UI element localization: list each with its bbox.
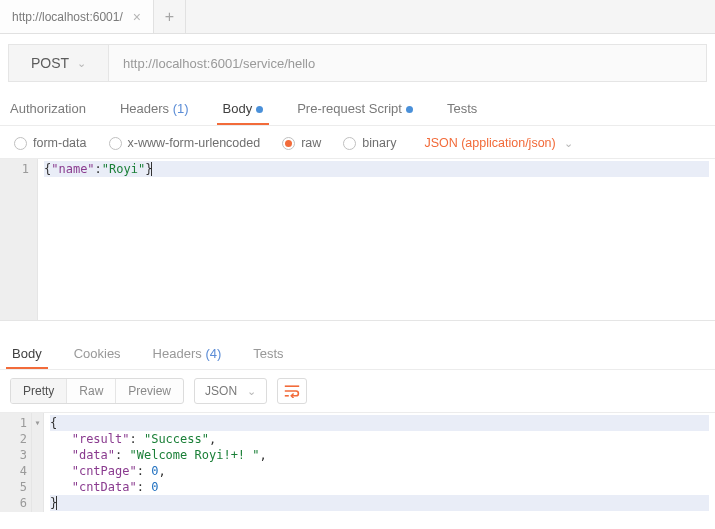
tab-body[interactable]: Body xyxy=(221,93,266,124)
view-raw[interactable]: Raw xyxy=(67,379,116,403)
opt-raw[interactable]: raw xyxy=(282,136,321,150)
content-type-select[interactable]: JSON (application/json) ⌄ xyxy=(424,136,572,150)
opt-xwww[interactable]: x-www-form-urlencoded xyxy=(109,136,261,150)
resp-tab-headers[interactable]: Headers (4) xyxy=(151,339,224,368)
dot-icon xyxy=(406,106,413,113)
opt-form-data[interactable]: form-data xyxy=(14,136,87,150)
url-value: http://localhost:6001/service/hello xyxy=(123,56,315,71)
lang-select[interactable]: JSON ⌄ xyxy=(194,378,267,404)
url-input[interactable]: http://localhost:6001/service/hello xyxy=(109,45,706,81)
code-area[interactable]: {"name":"Royi"} xyxy=(38,159,715,320)
code-line: "cntData": 0 xyxy=(50,479,709,495)
panel-splitter[interactable] xyxy=(0,320,715,338)
dot-icon xyxy=(256,106,263,113)
resp-tab-cookies[interactable]: Cookies xyxy=(72,339,123,368)
chevron-down-icon: ⌄ xyxy=(247,385,256,398)
code-line: } xyxy=(50,495,709,511)
wrap-icon xyxy=(284,384,300,398)
radio-icon xyxy=(14,137,27,150)
tab-authorization[interactable]: Authorization xyxy=(8,93,88,124)
body-type-row: form-data x-www-form-urlencoded raw bina… xyxy=(0,126,715,158)
method-select[interactable]: POST ⌄ xyxy=(9,45,109,81)
new-tab-button[interactable]: + xyxy=(154,0,186,33)
wrap-lines-button[interactable] xyxy=(277,378,307,404)
close-icon[interactable]: × xyxy=(133,10,141,24)
request-body-editor[interactable]: 1 {"name":"Royi"} xyxy=(0,158,715,320)
chevron-down-icon: ⌄ xyxy=(564,137,573,150)
response-toolbar: Pretty Raw Preview JSON ⌄ xyxy=(0,370,715,412)
tab-request[interactable]: http://localhost:6001/ × xyxy=(0,0,154,33)
view-preview[interactable]: Preview xyxy=(116,379,183,403)
window-tabbar: http://localhost:6001/ × + xyxy=(0,0,715,34)
code-area[interactable]: { "result": "Success", "data": "Welcome … xyxy=(44,413,715,512)
view-pretty[interactable]: Pretty xyxy=(11,379,67,403)
resp-tab-body[interactable]: Body xyxy=(10,339,44,368)
headers-count: (1) xyxy=(173,101,189,116)
request-tabs: Authorization Headers (1) Body Pre-reque… xyxy=(0,92,715,126)
chevron-down-icon: ⌄ xyxy=(77,57,86,70)
radio-icon xyxy=(109,137,122,150)
code-line: "data": "Welcome Royi!+! ", xyxy=(50,447,709,463)
line-gutter: 1 xyxy=(0,159,38,320)
tab-prerequest[interactable]: Pre-request Script xyxy=(295,93,415,124)
line-gutter: 123456 xyxy=(0,413,32,512)
response-body-editor[interactable]: 123456 ▾ { "result": "Success", "data": … xyxy=(0,412,715,512)
fold-gutter[interactable]: ▾ xyxy=(32,413,44,512)
code-line: {"name":"Royi"} xyxy=(44,161,709,177)
request-row: POST ⌄ http://localhost:6001/service/hel… xyxy=(0,34,715,92)
tab-tests[interactable]: Tests xyxy=(445,93,479,124)
headers-count: (4) xyxy=(205,346,221,361)
method-label: POST xyxy=(31,55,69,71)
response-tabs: Body Cookies Headers (4) Tests xyxy=(0,338,715,370)
code-line: "result": "Success", xyxy=(50,431,709,447)
code-line: "cntPage": 0, xyxy=(50,463,709,479)
radio-icon xyxy=(282,137,295,150)
opt-binary[interactable]: binary xyxy=(343,136,396,150)
tab-title: http://localhost:6001/ xyxy=(12,10,123,24)
tab-headers[interactable]: Headers (1) xyxy=(118,93,191,124)
view-mode-group: Pretty Raw Preview xyxy=(10,378,184,404)
code-line: { xyxy=(50,415,709,431)
resp-tab-tests[interactable]: Tests xyxy=(251,339,285,368)
radio-icon xyxy=(343,137,356,150)
